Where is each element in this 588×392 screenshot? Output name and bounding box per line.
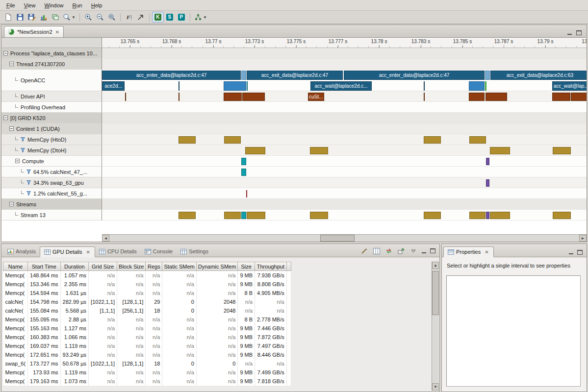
flag-marker-icon[interactable]: F: [123, 12, 135, 23]
menu-help[interactable]: Help: [87, 1, 107, 10]
maximize-icon[interactable]: [430, 248, 435, 253]
table-row[interactable]: Memcp(148.864 ms1.057 msn/an/an/an/an/a9…: [3, 271, 291, 280]
save-session-icon[interactable]: [14, 12, 26, 23]
edit-icon[interactable]: [360, 247, 369, 255]
filter-icon[interactable]: [26, 191, 31, 196]
timeline-interval-bar[interactable]: [469, 212, 486, 219]
timeline-interval-bar[interactable]: [179, 212, 196, 219]
timeline-interval-bar[interactable]: [224, 81, 246, 91]
timeline-interval-bar[interactable]: acc_wait@laplace2d.c...: [310, 81, 372, 91]
scroll-right-icon[interactable]: ►: [579, 235, 587, 242]
timeline-row-label[interactable]: Streams: [1, 199, 102, 210]
scrollbar-track[interactable]: [432, 269, 439, 383]
minimize-icon[interactable]: [567, 30, 572, 35]
timeline-row-label[interactable]: 64.5% calcNext_47_...: [1, 167, 102, 177]
timeline-horizontal-scrollbar[interactable]: ◄ ►: [102, 234, 587, 242]
table-row[interactable]: Memcp(155.095 ms2.88 µsn/an/an/an/an/a8 …: [3, 315, 291, 324]
timeline-row-label[interactable]: Process "laplace_data_clauses 10...: [1, 48, 102, 59]
timeline-interval-bar[interactable]: [486, 212, 489, 219]
timeline-interval-bar[interactable]: acc_enter_data@laplace2d.c:47: [344, 71, 485, 80]
filter-icon[interactable]: [26, 170, 31, 174]
timeline-row-track[interactable]: [102, 210, 587, 220]
timeline-interval-bar[interactable]: [245, 147, 265, 154]
filter-icon[interactable]: [21, 148, 26, 152]
timeline-interval-bar[interactable]: [490, 147, 510, 154]
timeline-interval-bar[interactable]: [486, 158, 489, 165]
tab-properties[interactable]: Properties ✕: [443, 246, 494, 257]
column-header-size[interactable]: Size: [238, 262, 255, 271]
chevron-down-icon[interactable]: ▼: [203, 15, 207, 20]
timeline-interval-bar[interactable]: [485, 71, 490, 80]
timeline-row-track[interactable]: [102, 59, 587, 70]
timeline-interval-bar[interactable]: [571, 93, 587, 101]
timeline-interval-bar[interactable]: [469, 81, 485, 91]
zoom-out-icon[interactable]: [94, 12, 106, 23]
timeline-interval-bar[interactable]: acc_enter_data@laplace2d.c:47: [102, 71, 241, 80]
collapse-toggle-icon[interactable]: [3, 116, 8, 120]
timeline-interval-bar[interactable]: [424, 81, 425, 91]
timeline-row-label[interactable]: Stream 13: [1, 210, 102, 220]
timeline-interval-bar[interactable]: [490, 212, 510, 219]
minimize-icon[interactable]: [421, 248, 427, 254]
timeline-interval-bar[interactable]: [552, 93, 570, 101]
menu-run[interactable]: Run: [68, 1, 87, 10]
table-row[interactable]: calcNe(154.798 ms282.99 µs[1022,1,1][128…: [3, 297, 291, 306]
scroll-down-icon[interactable]: ▼: [432, 383, 439, 391]
process-mode-icon[interactable]: P: [176, 12, 187, 23]
timeline-row-track[interactable]: [102, 167, 587, 177]
table-row[interactable]: Memcp(154.594 ms1.631 µsn/an/an/an/an/a8…: [3, 289, 291, 297]
run-analysis-icon[interactable]: ▼: [193, 12, 208, 23]
columns-icon[interactable]: [372, 247, 381, 255]
timeline-row-label[interactable]: 1.2% calcNext_55_g...: [1, 188, 102, 199]
chevron-down-icon[interactable]: ▼: [72, 15, 76, 20]
timeline-interval-bar[interactable]: [241, 169, 246, 176]
close-icon[interactable]: ✕: [86, 249, 91, 255]
timeline-interval-bar[interactable]: [486, 179, 489, 187]
timeline-row-track[interactable]: [102, 113, 587, 123]
timeline-interval-bar[interactable]: cuSt...: [308, 93, 324, 101]
tab-console[interactable]: Console: [141, 246, 177, 257]
timeline-row-track[interactable]: [102, 177, 587, 188]
compare-sessions-icon[interactable]: [50, 12, 61, 23]
timeline-row-label[interactable]: MemCpy (HtoD): [1, 134, 102, 145]
profile-application-icon[interactable]: [38, 12, 50, 23]
stream-mode-icon[interactable]: S: [164, 12, 176, 23]
timeline-interval-bar[interactable]: [224, 136, 241, 144]
timeline-interval-bar[interactable]: [241, 158, 246, 165]
timeline-interval-bar[interactable]: [241, 71, 246, 80]
go-to-marker-icon[interactable]: [135, 12, 147, 23]
timeline-interval-bar[interactable]: [310, 147, 328, 154]
table-row[interactable]: calcNe(155.084 ms5.568 µs[1,1,1][256,1,1…: [3, 306, 291, 315]
minimize-icon[interactable]: [568, 249, 574, 255]
timeline-row-track[interactable]: [102, 188, 587, 199]
column-header-name[interactable]: Name: [3, 262, 28, 271]
timeline-interval-bar[interactable]: [125, 93, 126, 101]
timeline-interval-bar[interactable]: acc_exit_data@laplace2d.c:47: [247, 71, 343, 80]
zoom-in-icon[interactable]: [82, 12, 94, 23]
timeline-ruler[interactable]: 13.765 s13.768 s13.77 s13.773 s13.775 s1…: [102, 38, 587, 48]
timeline-interval-bar[interactable]: [424, 212, 441, 219]
table-row[interactable]: Memcp(160.383 ms1.066 msn/an/an/an/an/a9…: [3, 333, 291, 342]
timeline-interval-bar[interactable]: [179, 81, 179, 91]
timeline-row-label[interactable]: OpenACC: [1, 70, 102, 91]
scrollbar-thumb[interactable]: [320, 235, 355, 242]
zoom-fit-icon[interactable]: [106, 12, 118, 23]
timeline-interval-bar[interactable]: [242, 93, 265, 101]
timeline-row-track[interactable]: cuSt...: [102, 91, 587, 102]
column-header-duration[interactable]: Duration: [60, 262, 89, 271]
timeline-row-label[interactable]: Profiling Overhead: [1, 102, 102, 113]
maximize-icon[interactable]: [576, 30, 582, 35]
filter-icon[interactable]: [21, 137, 26, 142]
scroll-up-icon[interactable]: ▲: [432, 262, 439, 269]
column-header-throughput[interactable]: Throughput: [255, 262, 287, 271]
timeline-row-track[interactable]: [102, 134, 587, 145]
column-header-dynamic-smem[interactable]: Dynamic SMem: [196, 262, 238, 271]
timeline-row-label[interactable]: 34.3% swap_63_gpu: [1, 177, 102, 188]
menu-view[interactable]: View: [20, 1, 40, 10]
timeline-interval-bar[interactable]: ace2d...: [102, 81, 125, 91]
kernel-mode-icon[interactable]: K: [152, 12, 164, 23]
tab-settings[interactable]: Settings: [177, 246, 212, 257]
table-row[interactable]: Memcp(173.93 ms1.119 msn/an/an/an/an/a9 …: [3, 368, 291, 377]
scroll-left-icon[interactable]: ◄: [102, 235, 109, 242]
column-header-static-smem[interactable]: Static SMem: [162, 262, 196, 271]
